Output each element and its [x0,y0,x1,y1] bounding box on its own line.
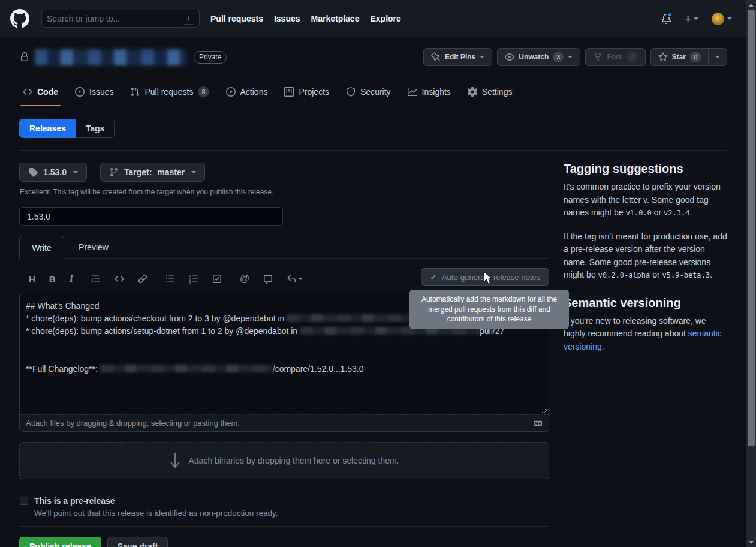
nav-link-marketplace[interactable]: Marketplace [311,14,360,23]
mention-icon[interactable]: @ [240,274,249,284]
search-input[interactable] [47,14,183,23]
slash-key-hint: / [183,13,194,25]
save-draft-button[interactable]: Save draft [107,537,168,547]
tag-helper-text: Excellent! This tag will be created from… [20,188,273,196]
publish-release-button[interactable]: Publish release [19,537,101,547]
user-menu[interactable] [712,13,732,25]
mouse-cursor [483,271,494,285]
quote-icon[interactable] [91,274,101,284]
resize-grip[interactable] [541,407,547,413]
markdown-toolbar: H B I 123 @ [19,267,549,291]
scroll-down-arrow[interactable] [749,541,754,544]
tab-security[interactable]: Security [338,78,399,106]
prerelease-section: This is a pre-release We'll point out th… [20,496,278,518]
tab-issues-label: Issues [89,87,113,97]
star-button[interactable]: Star 0 [650,48,709,66]
numbered-list-icon[interactable]: 123 [189,274,198,284]
nav-link-pull-requests[interactable]: Pull requests [210,14,263,23]
tab-actions[interactable]: Actions [218,78,276,106]
pull-requests-count-badge: 8 [198,86,209,97]
releases-toggle-button[interactable]: Releases [19,119,76,138]
reply-icon[interactable] [287,274,303,284]
semantic-versioning-title: Semantic versioning [564,296,728,310]
topnav-right: + [661,13,732,25]
body-line-4: **Full Changelog**: /compare/1.52.0...1.… [26,363,543,375]
prerelease-description: We'll point out that this release is ide… [34,509,278,518]
tag-version-value: 1.53.0 [43,167,67,177]
nav-link-explore[interactable]: Explore [370,14,400,23]
code-icon [23,87,32,97]
page-scrollbar[interactable] [746,0,756,547]
chevron-down-icon [694,17,698,20]
releases-tags-toggle: Releases Tags [19,119,115,138]
cross-reference-icon[interactable] [263,274,273,284]
attach-files-text: Attach files by dragging & dropping, sel… [26,419,240,428]
chevron-down-icon [73,171,78,173]
tab-settings[interactable]: Settings [459,78,521,106]
code-icon[interactable] [115,274,124,284]
semantic-versioning-paragraph: If you're new to releasing software, we … [564,315,728,354]
tab-insights[interactable]: Insights [399,78,459,106]
repo-tab-nav: Code Issues Pull requests 8 Actions Proj… [0,78,746,106]
repo-header: Private Edit Pins Unwatch 3 Fork 0 [20,47,727,67]
gear-icon [468,87,477,97]
tab-projects[interactable]: Projects [276,78,338,106]
chevron-down-icon [298,278,303,280]
markdown-icon [532,419,543,428]
github-logo-icon[interactable] [10,9,29,28]
chevron-down-icon [191,171,196,173]
avatar [712,13,724,25]
prerelease-label[interactable]: This is a pre-release [34,496,115,506]
search-input-wrap: / [41,10,200,28]
scrollbar-thumb[interactable] [748,10,755,446]
tab-write[interactable]: Write [19,236,64,259]
nav-link-issues[interactable]: Issues [274,14,300,23]
fork-button[interactable]: Fork 0 [585,48,645,66]
tagging-paragraph-1: It's common practice to prefix your vers… [564,181,728,220]
prerelease-checkbox[interactable] [20,497,28,505]
plus-icon: + [685,13,691,25]
tab-security-label: Security [360,87,391,97]
tag-version-dropdown[interactable]: 1.53.0 [19,163,87,182]
top-navbar: / Pull requests Issues Marketplace Explo… [0,0,746,37]
editor-tab-bar: Write Preview [19,236,549,259]
tab-pull-requests[interactable]: Pull requests 8 [122,78,217,106]
tab-issues[interactable]: Issues [67,78,122,106]
unread-notification-dot [667,12,673,17]
edit-pins-button[interactable]: Edit Pins [423,48,492,66]
notifications-bell-icon[interactable] [661,14,671,24]
chevron-down-icon [715,56,720,58]
chevron-down-icon [480,56,484,58]
fork-label: Fork [607,53,622,61]
star-count-badge: 0 [690,52,701,62]
bold-icon[interactable]: B [49,274,56,284]
lock-icon [20,52,29,62]
italic-icon[interactable]: I [70,274,73,284]
scroll-up-arrow[interactable] [749,4,754,7]
target-branch-dropdown[interactable]: Target: master [100,163,205,182]
link-icon[interactable] [138,274,147,284]
tab-code[interactable]: Code [14,78,67,106]
create-new-dropdown[interactable]: + [685,13,698,25]
redacted-repo-name[interactable] [35,49,186,65]
release-title-input[interactable] [19,207,283,226]
heading-icon[interactable]: H [29,274,35,284]
help-sidebar: Tagging suggestions It's common practice… [564,162,728,363]
unwatch-label: Unwatch [519,53,549,61]
edit-pins-label: Edit Pins [445,53,475,61]
actions-play-icon [226,87,236,97]
visibility-badge: Private [194,51,227,64]
unwatch-button[interactable]: Unwatch 3 [497,48,580,66]
tab-settings-label: Settings [482,87,513,97]
tab-preview[interactable]: Preview [66,236,121,259]
tag-icon [28,167,38,177]
attach-files-footer[interactable]: Attach files by dragging & dropping, sel… [20,415,549,431]
binary-dropzone[interactable]: Attach binaries by dropping them here or… [19,442,549,479]
star-dropdown-button[interactable] [708,48,727,66]
chevron-down-icon [727,17,732,20]
task-list-icon[interactable] [212,274,222,284]
tags-toggle-button[interactable]: Tags [76,119,115,138]
pin-icon [431,52,441,62]
bullet-list-icon[interactable] [165,274,175,284]
redacted-repo-url [100,365,273,372]
